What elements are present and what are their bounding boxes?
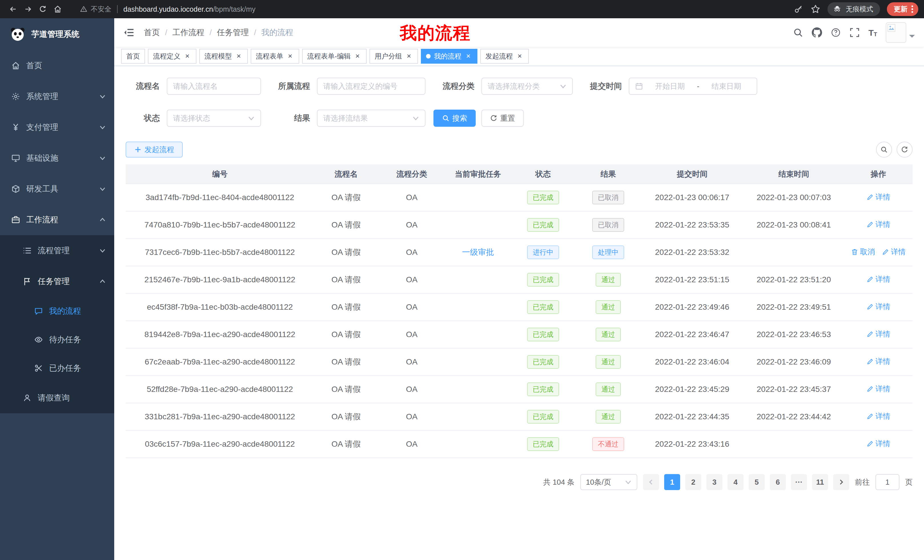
status-select[interactable]: 请选择状态 [167, 109, 261, 127]
key-icon[interactable] [793, 4, 804, 14]
site-security-chip[interactable]: 不安全 [80, 4, 111, 14]
bookmark-star-icon[interactable] [810, 4, 820, 14]
page-size-select[interactable]: 10条/页 [580, 474, 638, 490]
tab-process-form[interactable]: 流程表单× [251, 49, 299, 64]
sidebar-item-label: 待办任务 [49, 334, 81, 345]
github-icon[interactable] [812, 27, 822, 38]
browser-back-button[interactable] [6, 2, 21, 16]
submit-time-range-picker[interactable]: 开始日期 - 结束日期 [629, 78, 757, 95]
incognito-badge[interactable]: 无痕模式 [828, 2, 880, 16]
toggle-search-button[interactable] [876, 142, 892, 157]
cell-process-name: OA 请假 [314, 321, 378, 348]
table-header-row: 编号流程名流程分类当前审批任务状态结果提交时间结束时间操作 [126, 165, 913, 184]
cancel-button[interactable]: 取消 [851, 247, 875, 257]
search-icon[interactable] [793, 27, 803, 38]
tab-process-definition[interactable]: 流程定义× [148, 49, 196, 64]
status-badge: 已完成 [527, 410, 559, 424]
browser-forward-button[interactable] [21, 2, 35, 16]
sidebar-item-label: 任务管理 [38, 276, 70, 287]
help-icon[interactable] [831, 27, 841, 38]
tab-home[interactable]: 首页 [121, 49, 145, 64]
sidebar-item-my-process[interactable]: 我的流程 [0, 297, 114, 325]
sidebar-item-dev-tools[interactable]: 研发工具 [0, 174, 114, 204]
cell-submit-time: 2022-01-22 23:44:35 [641, 403, 744, 430]
detail-button[interactable]: 详情 [866, 384, 890, 394]
chevron-down-icon [99, 247, 106, 254]
detail-button[interactable]: 详情 [866, 411, 890, 421]
detail-button[interactable]: 详情 [866, 439, 890, 449]
cell-status: 已完成 [510, 321, 576, 348]
close-icon[interactable]: × [183, 52, 191, 60]
category-select[interactable]: 请选择流程分类 [482, 78, 573, 95]
sidebar-item-process-management[interactable]: 流程管理 [0, 235, 114, 266]
page-button-11[interactable]: 11 [812, 474, 828, 490]
caret-down-icon [909, 35, 915, 40]
start-date-placeholder: 开始日期 [645, 81, 695, 91]
cell-current-task [446, 430, 510, 458]
cell-result: 已取消 [576, 184, 641, 211]
tab-process-model[interactable]: 流程模型× [199, 49, 248, 64]
logo[interactable]: 芋道管理系统 [0, 18, 114, 50]
page-button-3[interactable]: 3 [706, 474, 722, 490]
sidebar-item-home[interactable]: 首页 [0, 50, 114, 81]
close-icon[interactable]: × [235, 52, 243, 60]
page-button-4[interactable]: 4 [728, 474, 744, 490]
goto-page-input[interactable] [876, 474, 900, 490]
detail-button[interactable]: 详情 [866, 274, 890, 284]
page-button-1[interactable]: 1 [664, 474, 680, 490]
browser-update-button[interactable]: 更新 [887, 2, 918, 16]
cell-process-name: OA 请假 [314, 266, 378, 293]
detail-button[interactable]: 详情 [866, 302, 890, 312]
cell-process-name: OA 请假 [314, 430, 378, 458]
result-select[interactable]: 请选择流结果 [317, 109, 426, 127]
current-task-link[interactable]: 一级审批 [462, 248, 494, 257]
tab-process-form-edit[interactable]: 流程表单-编辑× [302, 49, 367, 64]
tab-user-group[interactable]: 用户分组× [369, 49, 418, 64]
avatar-menu[interactable] [886, 22, 915, 43]
browser-reload-button[interactable] [35, 2, 50, 16]
sidebar-item-workflow[interactable]: 工作流程 [0, 204, 114, 235]
page-size-value: 10条/页 [586, 477, 611, 487]
refresh-button[interactable] [897, 142, 913, 157]
page-button-6[interactable]: 6 [770, 474, 786, 490]
fullscreen-icon[interactable] [849, 27, 860, 38]
next-page-button[interactable] [833, 474, 849, 490]
browser-home-button[interactable] [50, 2, 65, 16]
sidebar-item-leave-query[interactable]: 请假查询 [0, 382, 114, 413]
sidebar-item-payment-management[interactable]: 支付管理 [0, 112, 114, 143]
sidebar-item-todo-tasks[interactable]: 待办任务 [0, 325, 114, 354]
breadcrumb-item-home[interactable]: 首页 [144, 27, 160, 38]
search-button[interactable]: 搜索 [434, 109, 476, 127]
tab-start-process[interactable]: 发起流程× [480, 49, 529, 64]
page-button-2[interactable]: 2 [685, 474, 701, 490]
sidebar-item-system-management[interactable]: 系统管理 [0, 81, 114, 112]
cell-category: OA [378, 321, 446, 348]
reset-button[interactable]: 重置 [482, 109, 524, 127]
close-icon[interactable]: × [516, 52, 524, 60]
detail-button[interactable]: 详情 [866, 356, 890, 367]
hamburger-icon[interactable] [123, 27, 135, 38]
more-pages-button[interactable]: ··· [791, 474, 807, 490]
sidebar-item-infrastructure[interactable]: 基础设施 [0, 143, 114, 174]
sidebar-item-task-management[interactable]: 任务管理 [0, 266, 114, 297]
process-name-input[interactable] [167, 78, 261, 95]
address-bar[interactable]: dashboard.yudao.iocoder.cn/bpm/task/my [123, 5, 255, 13]
detail-button[interactable]: 详情 [866, 220, 890, 229]
close-icon[interactable]: × [405, 52, 413, 60]
detail-button[interactable]: 详情 [866, 329, 890, 339]
prev-page-button[interactable] [643, 474, 659, 490]
tab-my-process[interactable]: 我的流程× [421, 49, 477, 64]
font-size-icon[interactable]: TT [868, 27, 877, 38]
cell-category: OA [378, 376, 446, 403]
detail-button[interactable]: 详情 [866, 192, 890, 202]
detail-button[interactable]: 详情 [882, 247, 906, 257]
close-icon[interactable]: × [286, 52, 294, 60]
sidebar-item-done-tasks[interactable]: 已办任务 [0, 354, 114, 382]
cell-result: 已取消 [576, 211, 641, 239]
page-button-5[interactable]: 5 [748, 474, 765, 490]
start-process-button[interactable]: 发起流程 [126, 142, 183, 157]
process-def-input[interactable] [317, 78, 426, 95]
close-icon[interactable]: × [354, 52, 362, 60]
kebab-menu-icon[interactable] [911, 5, 913, 13]
close-icon[interactable]: × [464, 52, 472, 60]
